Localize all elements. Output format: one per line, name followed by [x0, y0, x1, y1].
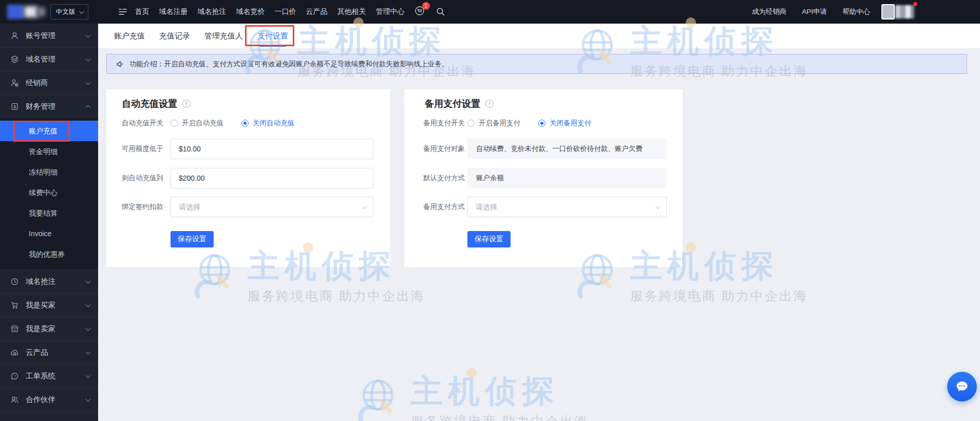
nav-item-other[interactable]: 其他相关 [337, 7, 366, 16]
people-icon [10, 395, 19, 404]
sidebar-item-frozen-details[interactable]: 冻结明细 [0, 162, 98, 182]
auto-recharge-title: 自动充值设置 [122, 98, 177, 110]
clock-icon [10, 277, 19, 286]
nav-item-domain-register[interactable]: 域名注册 [159, 7, 188, 16]
sidebar-item-label: 财务管理 [26, 102, 80, 111]
chevron-down-icon [362, 204, 367, 209]
finance-icon: $ [10, 102, 19, 111]
sidebar-item-label: 工单系统 [26, 371, 80, 381]
tab-recharge-records[interactable]: 充值记录 [159, 24, 190, 48]
sidebar-item-renewal-center[interactable]: 续费中心 [0, 182, 98, 203]
sidebar-item-partners[interactable]: 合作伙伴 [0, 388, 98, 411]
backup-method-select[interactable]: 请选择 [467, 197, 667, 217]
panel-title: 备用支付设置 ! [425, 98, 494, 110]
sidebar-item-fund-details[interactable]: 资金明细 [0, 141, 98, 162]
sidebar-item-label: 云产品 [26, 348, 80, 357]
cart-button[interactable]: 1 [414, 6, 425, 18]
nav-item-admin-center[interactable]: 管理中心 [376, 7, 405, 16]
topbar-links: 成为经销商 API申请 帮助中心 [752, 7, 870, 16]
language-selector[interactable]: 中文版 [50, 4, 88, 20]
switch-label: 自动充值开关 [122, 119, 171, 128]
sidebar-item-buyer[interactable]: 我是买家 [0, 293, 98, 317]
become-reseller-link[interactable]: 成为经销商 [752, 7, 787, 16]
chat-support-button[interactable] [947, 372, 977, 401]
speaker-icon [116, 60, 124, 68]
threshold-label: 可用额度低于 [122, 144, 171, 154]
sidebar-item-label: 域名抢注 [26, 277, 80, 286]
menu-icon[interactable] [118, 8, 127, 16]
main-nav: 首页 域名注册 域名抢注 域名竞价 一口价 云产品 其他相关 管理中心 [135, 7, 405, 16]
nav-item-domain-backorder[interactable]: 域名抢注 [198, 7, 227, 16]
username-blur [895, 5, 914, 18]
info-icon[interactable]: ! [485, 100, 494, 108]
sidebar-item-ticket-system[interactable]: ? 工单系统 [0, 364, 98, 388]
backup-payment-switch-row: 备用支付开关 开启备用支付 关闭备用支付 [404, 117, 609, 129]
site-logo[interactable] [7, 4, 46, 20]
radio-disable-backup-payment[interactable]: 关闭备用支付 [538, 119, 591, 128]
sidebar-item-cloud-products[interactable]: 云产品 [0, 340, 98, 364]
nav-item-domain-auction[interactable]: 域名竞价 [236, 7, 265, 16]
threshold-input[interactable]: $10.00 [171, 139, 373, 159]
radio-enable-auto-recharge[interactable]: 开启自动充值 [171, 119, 223, 128]
tab-payment-settings[interactable]: 支付设置 [257, 24, 288, 48]
chevron-down-icon [86, 278, 91, 283]
sidebar-item-coupons[interactable]: 我的优惠券 [0, 244, 98, 264]
nav-item-home[interactable]: 首页 [135, 7, 149, 16]
sidebar-item-reseller[interactable]: 经销商 [0, 71, 98, 94]
main-content: 功能介绍：开启自动充值、支付方式设置可有效避免因账户余额不足导致续费和付款失败影… [98, 48, 980, 421]
user-gear-icon [10, 79, 19, 87]
backup-payment-title: 备用支付设置 [425, 98, 480, 110]
tab-manage-recharger[interactable]: 管理充值人 [204, 24, 243, 48]
svg-text:$: $ [13, 104, 16, 109]
save-settings-button[interactable]: 保存设置 [467, 231, 511, 247]
finance-submenu: 账户充值 资金明细 冻结明细 续费中心 我要结算 Invoice 我的优惠券 [0, 118, 98, 270]
cart-icon [10, 301, 19, 310]
tab-account-recharge[interactable]: 账户充值 [114, 24, 145, 48]
sidebar-item-label: 我是卖家 [26, 324, 80, 334]
sidebar-item-account-management[interactable]: 账号管理 [0, 24, 98, 47]
auto-recharge-panel: 自动充值设置 ! 自动充值开关 开启自动充值 关闭自动充值 可用额度低于 $10… [106, 89, 390, 267]
auto-recharge-switch-row: 自动充值开关 开启自动充值 关闭自动充值 [106, 117, 312, 129]
search-icon[interactable] [436, 7, 445, 16]
help-center-link[interactable]: 帮助中心 [842, 7, 870, 16]
sidebar-item-settlement[interactable]: 我要结算 [0, 203, 98, 223]
select-placeholder: 请选择 [179, 197, 200, 217]
svg-text:?: ? [13, 374, 15, 378]
api-apply-link[interactable]: API申请 [802, 7, 827, 16]
sidebar-item-finance-management[interactable]: $ 财务管理 [0, 94, 98, 118]
user-icon [10, 31, 19, 40]
chat-bubble-icon [955, 379, 969, 394]
banner-text: 功能介绍：开启自动充值、支付方式设置可有效避免因账户余额不足导致续费和付款失败影… [129, 60, 448, 69]
radio-selected-icon [241, 120, 249, 127]
chevron-down-icon [86, 32, 91, 37]
sidebar-item-invoice[interactable]: Invoice [0, 223, 98, 244]
recharge-to-input[interactable]: $200.00 [171, 168, 373, 188]
chevron-down-icon [86, 326, 91, 331]
nav-item-cloud-products[interactable]: 云产品 [306, 7, 328, 16]
logo-blur-block [24, 6, 37, 17]
sidebar-item-domain-management[interactable]: 域名管理 [0, 47, 98, 71]
bind-deduction-label: 绑定签约扣款 [122, 202, 171, 212]
sidebar-item-domain-backorder[interactable]: 域名抢注 [0, 270, 98, 293]
sidebar-item-account-recharge[interactable]: 账户充值 [0, 121, 98, 141]
user-avatar[interactable] [881, 4, 914, 20]
radio-disable-auto-recharge[interactable]: 关闭自动充值 [241, 119, 294, 128]
avatar-image [881, 4, 895, 20]
chevron-down-icon [79, 9, 84, 14]
radio-selected-icon [538, 120, 545, 127]
backup-method-row: 备用支付方式 请选择 [404, 197, 667, 217]
radio-icon [467, 120, 475, 127]
switch-label: 备用支付开关 [423, 119, 467, 128]
select-placeholder: 请选择 [476, 197, 497, 217]
radio-enable-backup-payment[interactable]: 开启备用支付 [467, 119, 520, 128]
bind-deduction-select[interactable]: 请选择 [171, 197, 373, 217]
save-settings-button[interactable]: 保存设置 [171, 231, 214, 247]
feature-intro-banner: 功能介绍：开启自动充值、支付方式设置可有效避免因账户余额不足导致续费和付款失败影… [106, 54, 967, 74]
backup-objects-label: 备用支付对象 [423, 144, 467, 154]
backup-objects-row: 备用支付对象 自动续费、竞价未付款、一口价砍价待付款、账户欠费 [404, 139, 667, 159]
info-icon[interactable]: ! [182, 100, 191, 108]
nav-item-buy-now[interactable]: 一口价 [275, 7, 296, 16]
sidebar-item-seller[interactable]: 我是卖家 [0, 317, 98, 340]
chevron-down-icon [655, 204, 661, 209]
bind-deduction-row: 绑定签约扣款 请选择 [106, 197, 373, 217]
